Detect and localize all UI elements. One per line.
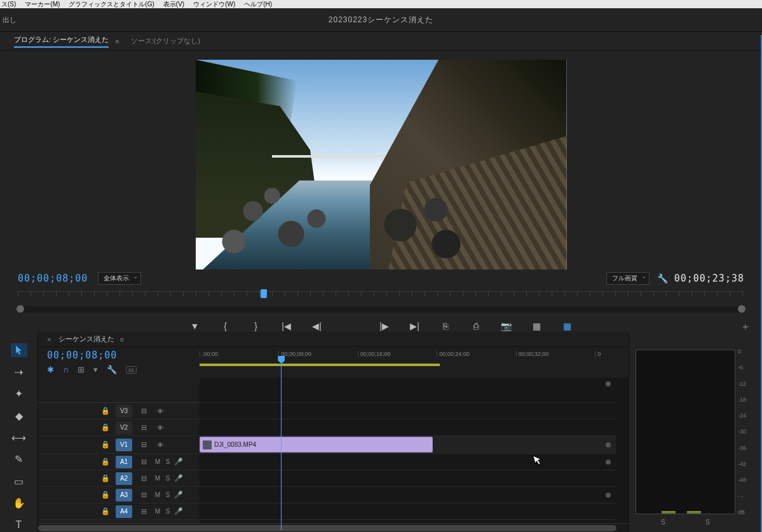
mute-button[interactable]: M — [153, 475, 163, 482]
app-menubar[interactable]: ス(S) マーカー(M) グラフィックスとタイトル(G) 表示(V) ウィンドウ… — [0, 0, 762, 8]
lock-icon[interactable]: 🔒 — [99, 440, 112, 449]
solo-button[interactable]: S — [163, 491, 173, 498]
sync-lock-icon[interactable]: ⊟ — [137, 440, 150, 449]
lock-icon[interactable]: 🔒 — [99, 458, 112, 466]
keyframe-dot-icon[interactable] — [606, 493, 611, 498]
comparison-view-active-button[interactable]: ▦ — [561, 320, 574, 332]
type-tool[interactable]: T — [11, 518, 27, 532]
sync-lock-icon[interactable]: ⊟ — [137, 407, 150, 415]
zoom-select[interactable]: 全体表示 — [98, 272, 141, 285]
keyframe-dot-icon[interactable] — [606, 442, 611, 447]
toggle-output-icon[interactable]: 👁 — [154, 441, 167, 449]
track-target-a1[interactable]: A1 — [116, 456, 132, 468]
selection-tool[interactable] — [11, 343, 27, 357]
voice-over-icon[interactable]: 🎤 — [173, 458, 184, 466]
workspace-left-label[interactable]: 出し — [3, 15, 17, 25]
solo-indicator-right[interactable]: S — [705, 519, 710, 526]
mute-button[interactable]: M — [153, 491, 163, 498]
solo-indicator-left[interactable]: S — [661, 519, 665, 526]
menu-sequence[interactable]: ス(S) — [1, 0, 16, 8]
sync-lock-icon[interactable]: ⊟ — [137, 507, 150, 515]
track-target-v2[interactable]: V2 — [116, 421, 132, 434]
timeline-settings-wrench-icon[interactable]: 🔧 — [107, 365, 117, 374]
keyframe-dot-icon[interactable] — [606, 381, 611, 386]
marker-icon[interactable]: ▾ — [93, 365, 98, 374]
snap-toggle-icon[interactable]: ✱ — [47, 365, 54, 374]
track-target-v3[interactable]: V3 — [116, 405, 132, 418]
track-target-a3[interactable]: A3 — [116, 489, 132, 501]
solo-button[interactable]: S — [163, 458, 173, 465]
program-timecode[interactable]: 00;00;08;00 — [18, 273, 88, 284]
voice-over-icon[interactable]: 🎤 — [173, 474, 184, 482]
track-target-a2[interactable]: A2 — [116, 472, 132, 485]
razor-tool[interactable]: ◆ — [11, 409, 27, 423]
tab-program-menu-icon[interactable]: ≡ — [115, 38, 119, 45]
lock-icon[interactable]: 🔒 — [99, 491, 112, 499]
extract-button[interactable]: ⎙ — [470, 320, 482, 332]
mark-out-button[interactable]: } — [250, 320, 262, 332]
menu-window[interactable]: ウィンドウ(W) — [193, 0, 235, 8]
timeline-playhead[interactable] — [281, 360, 282, 530]
lock-icon[interactable]: 🔒 — [99, 507, 112, 515]
goto-out-button[interactable]: ▶| — [409, 320, 421, 332]
range-handle-left-icon[interactable] — [17, 305, 24, 313]
sync-lock-icon[interactable]: ⊟ — [137, 474, 150, 482]
sequence-tab[interactable]: シーケンス消えた — [58, 334, 114, 344]
menu-graphics[interactable]: グラフィックスとタイトル(G) — [69, 0, 154, 8]
tab-source[interactable]: ソース:(クリップなし) — [131, 36, 200, 46]
ripple-edit-tool[interactable]: ✦ — [11, 387, 27, 401]
work-area-bar[interactable] — [200, 364, 440, 366]
pen-tool[interactable]: ✎ — [11, 453, 27, 467]
comparison-view-button[interactable]: ▦ — [531, 320, 543, 332]
menu-view[interactable]: 表示(V) — [163, 0, 184, 8]
timeline-timecode[interactable]: 00;00;08;00 — [47, 350, 200, 361]
add-marker-icon[interactable]: ⊞ — [78, 365, 85, 374]
timeline-panel-menu-icon[interactable]: ≡ — [119, 336, 123, 343]
voice-over-icon[interactable]: 🎤 — [173, 491, 184, 499]
track-target-a4[interactable]: A4 — [116, 505, 132, 518]
video-preview[interactable] — [196, 60, 567, 269]
program-zoom-range[interactable] — [18, 306, 744, 313]
track-select-tool[interactable]: ⇢ — [11, 365, 27, 379]
program-playhead-icon[interactable] — [261, 289, 267, 298]
close-sequence-icon[interactable]: × — [47, 336, 51, 343]
keyframe-dot-icon[interactable] — [606, 460, 611, 465]
mark-in-button[interactable]: { — [219, 320, 232, 332]
audio-meter[interactable] — [636, 350, 735, 514]
sync-lock-icon[interactable]: ⊟ — [137, 423, 150, 432]
timeline-zoom-scrollbar[interactable] — [38, 523, 629, 532]
lock-icon[interactable]: 🔒 — [99, 474, 112, 482]
solo-button[interactable]: S — [163, 475, 173, 482]
menu-marker[interactable]: マーカー(M) — [25, 0, 60, 8]
add-marker-button[interactable]: ▼ — [189, 320, 201, 332]
lift-button[interactable]: ⎘ — [439, 320, 452, 332]
toggle-output-icon[interactable]: 👁 — [154, 407, 167, 415]
solo-button[interactable]: S — [163, 508, 173, 515]
export-frame-button[interactable]: 📷 — [500, 320, 513, 332]
menu-help[interactable]: ヘルプ(H) — [244, 0, 272, 8]
sync-lock-icon[interactable]: ⊟ — [137, 458, 150, 466]
time-ruler[interactable]: ;00;00 00;00;08;00 00;00;16;00 00;00;24;… — [200, 351, 616, 364]
track-target-v1[interactable]: V1 — [116, 439, 132, 451]
mute-button[interactable]: M — [153, 458, 163, 465]
rectangle-tool[interactable]: ▭ — [11, 474, 27, 488]
tab-program[interactable]: プログラム: シーケンス消えた — [14, 35, 109, 48]
playback-quality-select[interactable]: フル画質 — [606, 272, 650, 285]
range-handle-right-icon[interactable] — [738, 305, 745, 313]
video-clip[interactable]: DJI_0083.MP4 — [200, 437, 433, 453]
program-scrubber[interactable] — [18, 291, 744, 305]
slip-tool[interactable]: ⟷ — [11, 430, 27, 444]
sync-lock-icon[interactable]: ⊟ — [137, 491, 150, 499]
goto-in-button[interactable]: |◀ — [280, 320, 293, 332]
step-forward-button[interactable]: |▶ — [378, 320, 391, 332]
hand-tool[interactable]: ✋ — [11, 496, 27, 510]
timeline-content[interactable]: DJI_0083.MP4 — [200, 378, 629, 523]
voice-over-icon[interactable]: 🎤 — [173, 507, 184, 515]
linked-selection-icon[interactable]: ∩ — [63, 365, 69, 374]
step-back-button[interactable]: ◀| — [311, 320, 323, 332]
toggle-output-icon[interactable]: 👁 — [154, 424, 167, 432]
captions-icon[interactable]: cc — [126, 366, 137, 374]
settings-wrench-icon[interactable]: 🔧 — [657, 273, 668, 283]
mute-button[interactable]: M — [153, 508, 163, 515]
lock-icon[interactable]: 🔒 — [99, 407, 112, 415]
